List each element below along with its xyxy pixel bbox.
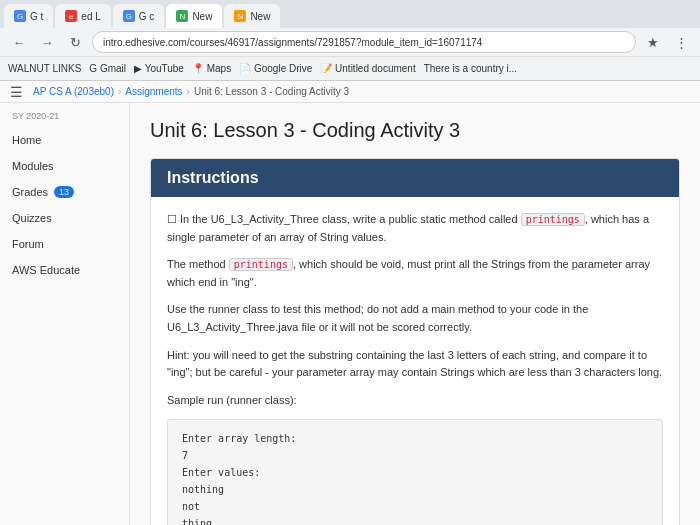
sidebar-label-aws: AWS Educate bbox=[12, 264, 80, 276]
tab-label-active: New bbox=[192, 11, 212, 22]
instructions-para1: ☐ In the U6_L3_Activity_Three class, wri… bbox=[167, 211, 663, 246]
tab-favicon-new2: N bbox=[234, 10, 246, 22]
tab-bar: G G t e ed L G G c N New N New bbox=[0, 0, 700, 28]
instructions-card: Instructions ☐ In the U6_L3_Activity_Thr… bbox=[150, 158, 680, 525]
back-button[interactable]: ← bbox=[8, 31, 30, 53]
tab-favicon-g: G bbox=[14, 10, 26, 22]
tab-favicon-gc: G bbox=[123, 10, 135, 22]
sidebar-item-home[interactable]: Home bbox=[0, 127, 129, 153]
address-bar[interactable]: intro.edhesive.com/courses/46917/assignm… bbox=[92, 31, 636, 53]
instructions-header: Instructions bbox=[151, 159, 679, 197]
address-text: intro.edhesive.com/courses/46917/assignm… bbox=[103, 37, 482, 48]
settings-button[interactable]: ⋮ bbox=[670, 31, 692, 53]
tab-label-ed: ed L bbox=[81, 11, 100, 22]
sidebar-year: SY 2020-21 bbox=[0, 111, 129, 127]
breadcrumb: ☰ AP CS A (203eb0) › Assignments › Unit … bbox=[0, 81, 700, 103]
tab-edl[interactable]: e ed L bbox=[55, 4, 110, 28]
grades-badge: 13 bbox=[54, 186, 74, 198]
bookmark-youtube[interactable]: ▶ YouTube bbox=[134, 63, 184, 74]
sidebar: SY 2020-21 Home Modules Grades 13 Quizze… bbox=[0, 103, 130, 525]
nav-bar: ← → ↻ intro.edhesive.com/courses/46917/a… bbox=[0, 28, 700, 56]
tab-favicon-active: N bbox=[176, 10, 188, 22]
sidebar-item-aws[interactable]: AWS Educate bbox=[0, 257, 129, 283]
sidebar-item-forum[interactable]: Forum bbox=[0, 231, 129, 257]
hamburger-icon[interactable]: ☰ bbox=[10, 84, 23, 100]
browser-chrome: G G t e ed L G G c N New N New ← → ↻ int… bbox=[0, 0, 700, 81]
tab-label-g: G t bbox=[30, 11, 43, 22]
sidebar-label-quizzes: Quizzes bbox=[12, 212, 52, 224]
sidebar-label-forum: Forum bbox=[12, 238, 44, 250]
page-title: Unit 6: Lesson 3 - Coding Activity 3 bbox=[150, 119, 680, 142]
main-content: Unit 6: Lesson 3 - Coding Activity 3 Ins… bbox=[130, 103, 700, 525]
sidebar-label-home: Home bbox=[12, 134, 41, 146]
sidebar-item-quizzes[interactable]: Quizzes bbox=[0, 205, 129, 231]
bookmark-gmail[interactable]: G Gmail bbox=[89, 63, 126, 74]
sidebar-item-modules[interactable]: Modules bbox=[0, 153, 129, 179]
bookmark-untitled[interactable]: 📝 Untitled document bbox=[320, 63, 415, 74]
sample-code: Enter array length: 7 Enter values: noth… bbox=[182, 430, 648, 525]
bookmark-maps[interactable]: 📍 Maps bbox=[192, 63, 231, 74]
bookmark-button[interactable]: ★ bbox=[642, 31, 664, 53]
sample-label: Sample run (runner class): bbox=[167, 392, 663, 410]
code-printings-2: printings bbox=[229, 258, 293, 271]
tab-label-new2: New bbox=[250, 11, 270, 22]
instructions-para2: The method printings, which should be vo… bbox=[167, 256, 663, 291]
instructions-para4: Hint: you will need to get the substring… bbox=[167, 347, 663, 382]
sidebar-label-modules: Modules bbox=[12, 160, 54, 172]
breadcrumb-sep2: › bbox=[187, 86, 190, 97]
sidebar-label-grades: Grades bbox=[12, 186, 48, 198]
sidebar-item-grades[interactable]: Grades 13 bbox=[0, 179, 129, 205]
code-printings-1: printings bbox=[521, 213, 585, 226]
bookmark-drive[interactable]: 📄 Google Drive bbox=[239, 63, 312, 74]
tab-g[interactable]: G G t bbox=[4, 4, 53, 28]
instructions-para3: Use the runner class to test this method… bbox=[167, 301, 663, 336]
tab-label-gc: G c bbox=[139, 11, 155, 22]
sample-code-box: Enter array length: 7 Enter values: noth… bbox=[167, 419, 663, 525]
page-content: SY 2020-21 Home Modules Grades 13 Quizze… bbox=[0, 103, 700, 525]
tab-active[interactable]: N New bbox=[166, 4, 222, 28]
bookmarks-bar: WALNUT LINKS G Gmail ▶ YouTube 📍 Maps 📄 … bbox=[0, 56, 700, 80]
breadcrumb-assignments[interactable]: Assignments bbox=[125, 86, 182, 97]
forward-button[interactable]: → bbox=[36, 31, 58, 53]
instructions-body: ☐ In the U6_L3_Activity_Three class, wri… bbox=[151, 197, 679, 525]
tab-favicon-ed: e bbox=[65, 10, 77, 22]
reload-button[interactable]: ↻ bbox=[64, 31, 86, 53]
bookmark-walnut[interactable]: WALNUT LINKS bbox=[8, 63, 81, 74]
breadcrumb-sep1: › bbox=[118, 86, 121, 97]
breadcrumb-apcs[interactable]: AP CS A (203eb0) bbox=[33, 86, 114, 97]
breadcrumb-current: Unit 6: Lesson 3 - Coding Activity 3 bbox=[194, 86, 349, 97]
tab-new2[interactable]: N New bbox=[224, 4, 280, 28]
tab-gc[interactable]: G G c bbox=[113, 4, 165, 28]
bookmark-country[interactable]: There is a country i... bbox=[424, 63, 517, 74]
